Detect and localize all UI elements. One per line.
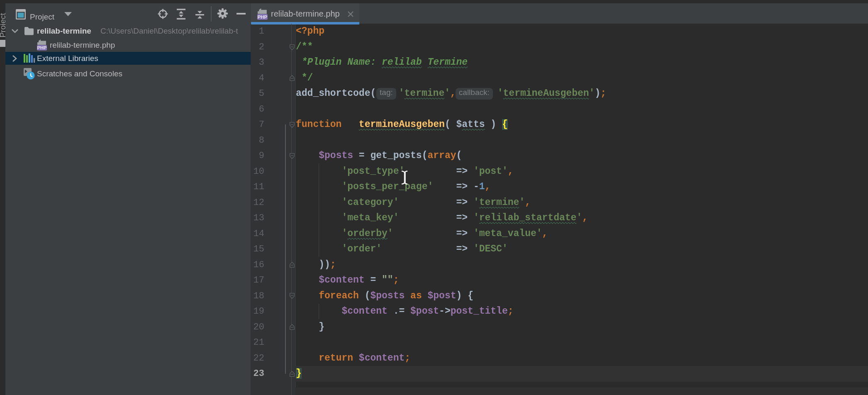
svg-text:PHP: PHP	[37, 45, 47, 50]
svg-text:PHP: PHP	[258, 15, 268, 20]
